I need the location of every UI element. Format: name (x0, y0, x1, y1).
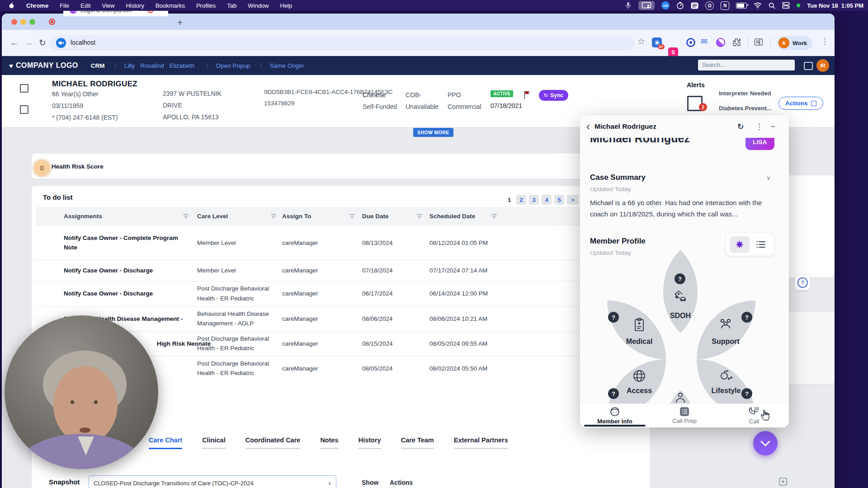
page-button[interactable]: 4 (542, 195, 552, 205)
tab-notes[interactable]: Notes (320, 436, 338, 449)
user-avatar[interactable]: IR (816, 59, 829, 72)
footer-actions-link[interactable]: Actions (390, 479, 413, 486)
menu-bar-clock[interactable]: Tue Nov 18 1:05 PM (807, 2, 863, 9)
refresh-icon[interactable]: ↻ (737, 123, 744, 131)
show-more-button[interactable]: SHOW MORE (413, 128, 453, 137)
care-plan-select[interactable]: CLOSED-Post Discharge Transitions of Car… (89, 475, 336, 488)
filter-icon[interactable] (270, 213, 277, 219)
address-bar[interactable]: localhost (50, 35, 635, 51)
password-manager-icon[interactable] (686, 38, 695, 47)
page-button[interactable]: 3 (529, 195, 539, 205)
sidebar-checkbox-icon[interactable] (20, 84, 28, 93)
forward-button[interactable]: → (24, 38, 33, 47)
omega-app-icon[interactable]: Ω (705, 1, 714, 10)
menu-edit[interactable]: Edit (80, 2, 90, 9)
screen-share-icon[interactable] (638, 1, 655, 10)
microphone-icon[interactable] (625, 2, 632, 9)
sync-button[interactable]: ↻ Sync (539, 90, 568, 101)
timer-icon[interactable] (676, 2, 684, 9)
recording-indicator-icon[interactable] (49, 19, 55, 25)
support-help-badge[interactable]: ? (741, 312, 752, 323)
search-icon[interactable] (769, 2, 775, 9)
page-next-button[interactable]: > (567, 195, 579, 205)
lisa-button[interactable]: LISA (745, 138, 774, 150)
table-row[interactable]: Notify Case Owner - Complete Program Not… (36, 226, 646, 260)
filter-icon[interactable] (349, 213, 355, 219)
reload-button[interactable]: ↻ (39, 38, 46, 47)
extension-weather-icon[interactable]: 9+ (652, 38, 662, 47)
notion-icon[interactable]: N (721, 1, 729, 10)
company-logo-text[interactable]: COMPANY LOGO (16, 61, 78, 70)
nav-call[interactable]: Call (719, 404, 789, 427)
nav-member-info[interactable]: Member Info (580, 404, 650, 427)
tab-care-team[interactable]: Care Team (401, 436, 434, 449)
wifi-icon[interactable] (754, 2, 762, 9)
menu-bookmarks[interactable]: Bookmarks (156, 2, 185, 9)
page-current[interactable]: 1 (505, 197, 514, 203)
list-view-button[interactable] (751, 236, 771, 253)
tab-external-partners[interactable]: External Partners (454, 436, 508, 449)
nav-link-elizabeth[interactable]: Elizabeth (170, 62, 195, 69)
table-row[interactable]: Notify Case Owner - Discharge Post Disch… (36, 281, 646, 307)
tab-clinical[interactable]: Clinical (202, 436, 226, 449)
close-window-button[interactable] (11, 19, 17, 25)
extensions-puzzle-icon[interactable] (732, 38, 741, 47)
bookmark-star-icon[interactable]: ☆ (637, 37, 645, 46)
zoom-app-icon[interactable]: zm (661, 1, 670, 9)
tab-coordinated-care[interactable]: Coordinated Care (245, 436, 301, 449)
footer-show-link[interactable]: Show (362, 479, 378, 486)
medical-help-badge[interactable]: ? (608, 312, 619, 323)
nav-link-open-popup[interactable]: Open Popup (216, 62, 250, 69)
filter-icon[interactable] (416, 213, 423, 219)
menu-profiles[interactable]: Profiles (196, 2, 216, 9)
nav-call-prep[interactable]: Call Prep (650, 404, 719, 427)
nav-link-lilly[interactable]: Lilly (124, 62, 135, 69)
menu-chrome[interactable]: Chrome (26, 2, 48, 9)
filter-icon[interactable] (491, 213, 497, 219)
table-row[interactable]: Notify Case Owner - Discharge Member Lev… (36, 260, 646, 282)
help-button[interactable]: ? (795, 275, 810, 290)
lifestyle-help-badge[interactable]: ? (741, 388, 752, 399)
mail-extension-icon[interactable]: ✉ (701, 38, 708, 46)
browser-menu-kebab-icon[interactable]: ⋮ (821, 38, 829, 45)
access-help-badge[interactable]: ? (608, 388, 619, 399)
zoom-window-button[interactable] (29, 19, 35, 25)
page-button[interactable]: 2 (516, 195, 526, 205)
tab-history[interactable]: History (359, 436, 381, 449)
webcam-video-circle[interactable] (5, 315, 158, 469)
menu-window[interactable]: Window (248, 2, 269, 9)
new-tab-button[interactable]: + (177, 18, 183, 27)
menu-file[interactable]: File (60, 2, 69, 9)
back-icon[interactable]: ‹ (586, 122, 590, 131)
flag-icon[interactable] (524, 90, 532, 99)
filter-icon[interactable] (183, 213, 189, 219)
apple-icon[interactable] (8, 2, 15, 9)
sdoh-help-badge[interactable]: ? (675, 273, 685, 284)
side-panel-search-icon[interactable] (754, 38, 763, 46)
table-row[interactable]: Behavioral Health Disease Management - B… (36, 306, 646, 332)
minimize-window-button[interactable] (20, 19, 26, 25)
nav-link-same-origin[interactable]: Same Origin (270, 62, 304, 69)
monitor-icon[interactable] (804, 62, 813, 70)
collapse-chevron-icon[interactable]: ∨ (766, 175, 771, 181)
search-input[interactable] (698, 60, 795, 70)
sidebar-checkbox-icon[interactable] (20, 105, 28, 114)
list-app-icon[interactable] (691, 2, 698, 9)
nav-link-rosalind[interactable]: Rosalind (140, 62, 164, 69)
actions-button[interactable]: Actions (778, 97, 823, 110)
menu-tab[interactable]: Tab (227, 2, 236, 9)
panel-kebab-icon[interactable]: ⋮ (755, 123, 763, 131)
camera-permission-icon[interactable] (56, 38, 66, 48)
crm-label[interactable]: CRM (91, 62, 105, 69)
tab-care-chart[interactable]: Care Chart (149, 436, 182, 449)
footer-download-icon[interactable] (778, 477, 788, 486)
battery-icon[interactable] (736, 3, 747, 9)
menu-view[interactable]: View (102, 2, 114, 9)
flower-view-button[interactable] (730, 236, 750, 253)
laguna-extension-icon[interactable] (716, 38, 725, 47)
page-button[interactable]: 5 (554, 195, 564, 205)
control-center-icon[interactable] (782, 2, 790, 9)
scroll-down-fab[interactable] (753, 431, 778, 455)
minimize-panel-icon[interactable]: − (771, 123, 775, 131)
url-text[interactable]: localhost (71, 39, 95, 46)
